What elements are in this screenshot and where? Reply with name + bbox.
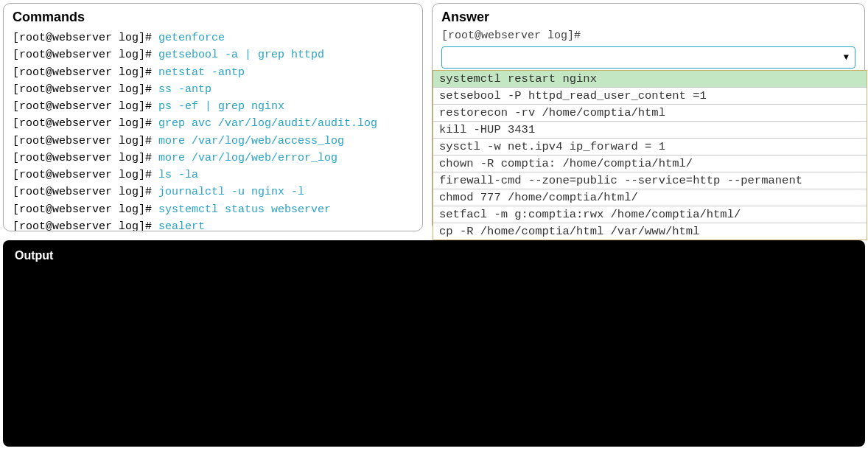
command-prompt: [root@webserver log]#	[13, 220, 158, 231]
chevron-down-icon: ▼	[844, 52, 849, 63]
command-line[interactable]: [root@webserver log]# grep avc /var/log/…	[13, 115, 413, 132]
command-prompt: [root@webserver log]#	[13, 100, 158, 113]
command-prompt: [root@webserver log]#	[13, 49, 158, 61]
dropdown-option[interactable]: sysctl -w net.ipv4 ip_forward = 1	[433, 139, 867, 156]
dropdown-option[interactable]: chmod 777 /home/comptia/html/	[433, 189, 867, 206]
command-text: grep avc /var/log/audit/audit.log	[158, 117, 377, 130]
command-line[interactable]: [root@webserver log]# sealert	[13, 218, 413, 231]
dropdown-option[interactable]: chown -R comptia: /home/comptia/html/	[433, 156, 867, 172]
command-line[interactable]: [root@webserver log]# netstat -antp	[13, 64, 413, 81]
command-text: ps -ef | grep nginx	[158, 100, 284, 113]
answer-select[interactable]: ▼	[441, 46, 855, 69]
command-prompt: [root@webserver log]#	[13, 152, 158, 164]
command-prompt: [root@webserver log]#	[13, 83, 158, 96]
dropdown-option[interactable]: cp -R /home/comptia/html /var/www/html	[433, 223, 867, 240]
command-text: getenforce	[158, 32, 225, 44]
command-prompt: [root@webserver log]#	[13, 169, 158, 181]
answer-prompt: [root@webserver log]#	[441, 29, 855, 42]
dropdown-option[interactable]: restorecon -rv /home/comptia/html	[433, 105, 867, 122]
commands-panel: Commands [root@webserver log]# getenforc…	[3, 3, 423, 231]
command-text: ls -la	[158, 169, 198, 181]
command-text: more /var/log/web/access_log	[158, 135, 344, 147]
commands-list: [root@webserver log]# getenforce[root@we…	[13, 29, 413, 231]
command-text: ss -antp	[158, 83, 211, 96]
command-prompt: [root@webserver log]#	[13, 135, 158, 147]
command-line[interactable]: [root@webserver log]# ss -antp	[13, 81, 413, 98]
command-text: journalctl -u nginx -l	[158, 186, 304, 198]
output-panel: Output	[3, 240, 865, 447]
answer-title: Answer	[441, 10, 855, 25]
command-prompt: [root@webserver log]#	[13, 117, 158, 130]
output-title: Output	[15, 249, 853, 262]
command-line[interactable]: [root@webserver log]# ls -la	[13, 167, 413, 184]
command-line[interactable]: [root@webserver log]# ps -ef | grep ngin…	[13, 98, 413, 115]
dropdown-option[interactable]: kill -HUP 3431	[433, 122, 867, 139]
command-prompt: [root@webserver log]#	[13, 186, 158, 198]
command-text: netstat -antp	[158, 66, 245, 79]
commands-title: Commands	[13, 10, 413, 25]
answer-panel: Answer [root@webserver log]# ▼ systemctl…	[432, 3, 865, 231]
command-prompt: [root@webserver log]#	[13, 66, 158, 79]
dropdown-option[interactable]: systemctl restart nginx	[433, 71, 867, 88]
command-text: sealert	[158, 220, 205, 231]
command-prompt: [root@webserver log]#	[13, 203, 158, 216]
command-text: systemctl status webserver	[158, 203, 331, 216]
command-line[interactable]: [root@webserver log]# getsebool -a | gre…	[13, 46, 413, 63]
dropdown-option[interactable]: firewall-cmd --zone=public --service=htt…	[433, 172, 867, 189]
answer-dropdown-list: systemctl restart nginxsetsebool -P http…	[433, 70, 867, 240]
dropdown-option[interactable]: setsebool -P httpd_read_user_content =1	[433, 88, 867, 105]
command-line[interactable]: [root@webserver log]# more /var/log/web/…	[13, 133, 413, 150]
command-text: getsebool -a | grep httpd	[158, 49, 324, 61]
command-line[interactable]: [root@webserver log]# more /var/log/web/…	[13, 150, 413, 167]
command-line[interactable]: [root@webserver log]# journalctl -u ngin…	[13, 184, 413, 200]
command-line[interactable]: [root@webserver log]# getenforce	[13, 29, 413, 46]
dropdown-option[interactable]: setfacl -m g:comptia:rwx /home/comptia/h…	[433, 206, 867, 223]
command-line[interactable]: [root@webserver log]# systemctl status w…	[13, 201, 413, 218]
command-prompt: [root@webserver log]#	[13, 32, 158, 44]
command-text: more /var/log/web/error_log	[158, 152, 337, 164]
